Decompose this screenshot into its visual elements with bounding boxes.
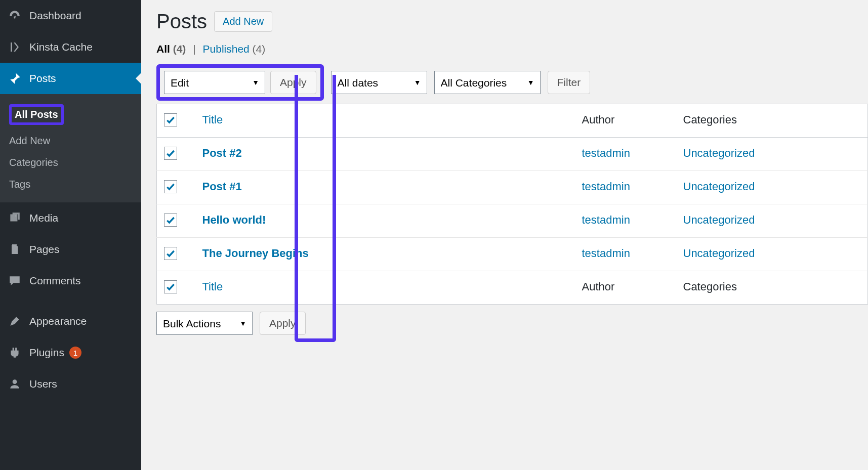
table-row: Post #1testadminUncategorized: [157, 171, 868, 204]
select-all-checkbox[interactable]: [164, 113, 177, 126]
row-checkbox[interactable]: [164, 180, 177, 193]
author-link[interactable]: testadmin: [582, 247, 630, 260]
sidebar-subitem-tags[interactable]: Tags: [0, 174, 141, 195]
sidebar-item-label: Appearance: [29, 315, 87, 327]
view-filters: All (4) | Published (4): [156, 43, 868, 55]
column-footer-checkbox: [157, 271, 195, 305]
tablenav-bottom: Bulk Actions Apply: [156, 312, 868, 335]
sidebar-item-label: Plugins: [29, 347, 64, 359]
table-row: The Journey BeginstestadminUncategorized: [157, 238, 868, 271]
add-new-button[interactable]: Add New: [214, 11, 272, 32]
sidebar-item-dashboard[interactable]: Dashboard: [0, 0, 141, 31]
bulk-apply-button-bottom[interactable]: Apply: [260, 312, 306, 335]
category-link[interactable]: Uncategorized: [683, 213, 755, 226]
row-checkbox-cell: [157, 138, 195, 171]
row-title-cell: Post #2: [195, 138, 575, 171]
sidebar-subitem-label: Tags: [9, 179, 30, 190]
media-icon: [7, 210, 22, 226]
row-checkbox[interactable]: [164, 147, 177, 160]
row-author-cell: testadmin: [575, 171, 676, 204]
post-title-link[interactable]: Post #2: [202, 147, 242, 159]
sidebar-item-label: Kinsta Cache: [29, 41, 93, 53]
post-title-link[interactable]: The Journey Begins: [202, 247, 309, 260]
dashboard-icon: [7, 8, 22, 23]
pin-icon: [7, 71, 22, 86]
post-title-link[interactable]: Post #1: [202, 180, 242, 193]
filter-category-select[interactable]: All Categories: [434, 71, 541, 94]
sidebar-item-label: Posts: [29, 72, 56, 84]
plugins-icon: [7, 345, 22, 360]
sidebar-item-media[interactable]: Media: [0, 202, 141, 234]
author-link[interactable]: testadmin: [582, 213, 630, 226]
row-author-cell: testadmin: [575, 204, 676, 238]
sidebar-subitem-label: Add New: [9, 135, 50, 146]
row-categories-cell: Uncategorized: [676, 238, 868, 271]
separator: |: [193, 43, 195, 55]
table-row: Post #2testadminUncategorized: [157, 138, 868, 171]
row-categories-cell: Uncategorized: [676, 138, 868, 171]
row-author-cell: testadmin: [575, 238, 676, 271]
highlight-box: All Posts: [9, 104, 64, 125]
sidebar-item-pages[interactable]: Pages: [0, 234, 141, 265]
row-categories-cell: Uncategorized: [676, 171, 868, 204]
users-icon: [7, 376, 22, 392]
sidebar-item-posts[interactable]: Posts: [0, 63, 141, 94]
bulk-action-select[interactable]: Edit: [164, 71, 265, 94]
select-all-checkbox-footer[interactable]: [164, 280, 177, 293]
svg-point-0: [15, 215, 17, 217]
row-checkbox[interactable]: [164, 213, 177, 227]
sidebar-subitem-add-new[interactable]: Add New: [0, 130, 141, 152]
column-footer-categories: Categories: [676, 271, 868, 305]
sidebar-submenu-posts: All Posts Add New Categories Tags: [0, 94, 141, 202]
row-categories-cell: Uncategorized: [676, 204, 868, 238]
column-footer-title[interactable]: Title: [195, 271, 575, 305]
row-title-cell: The Journey Begins: [195, 238, 575, 271]
page-header: Posts Add New: [156, 10, 868, 33]
comments-icon: [7, 273, 22, 288]
sidebar-item-label: Users: [29, 378, 57, 390]
update-badge: 1: [69, 347, 81, 359]
sidebar-item-appearance[interactable]: Appearance: [0, 306, 141, 337]
sidebar-item-label: Media: [29, 212, 58, 224]
sidebar-subitem-all-posts[interactable]: All Posts: [0, 99, 141, 130]
pages-icon: [7, 242, 22, 257]
sidebar-subitem-label: All Posts: [15, 109, 58, 120]
svg-point-1: [13, 379, 17, 384]
filter-date-select[interactable]: All dates: [331, 71, 427, 94]
row-checkbox-cell: [157, 204, 195, 238]
bulk-apply-button[interactable]: Apply: [270, 71, 316, 94]
view-label: All: [156, 43, 170, 55]
column-header-categories: Categories: [676, 104, 868, 138]
view-all-link[interactable]: All (4): [156, 43, 189, 55]
category-link[interactable]: Uncategorized: [683, 147, 755, 159]
bulk-action-select-bottom[interactable]: Bulk Actions: [156, 312, 253, 335]
author-link[interactable]: testadmin: [582, 180, 630, 193]
category-link[interactable]: Uncategorized: [683, 247, 755, 260]
appearance-icon: [7, 314, 22, 329]
category-link[interactable]: Uncategorized: [683, 180, 755, 193]
sidebar-item-kinsta-cache[interactable]: Kinsta Cache: [0, 31, 141, 63]
author-link[interactable]: testadmin: [582, 147, 630, 159]
row-author-cell: testadmin: [575, 138, 676, 171]
sidebar-item-label: Comments: [29, 275, 81, 287]
view-published-link[interactable]: Published (4): [203, 43, 266, 55]
column-header-title[interactable]: Title: [195, 104, 575, 138]
view-count: (4): [253, 43, 266, 55]
sidebar-item-users[interactable]: Users: [0, 368, 141, 400]
row-checkbox-cell: [157, 238, 195, 271]
row-checkbox[interactable]: [164, 247, 177, 260]
kinsta-icon: [7, 39, 22, 55]
posts-table: Title Author Categories Post #2testadmin…: [156, 104, 868, 305]
row-title-cell: Post #1: [195, 171, 575, 204]
sidebar-item-plugins[interactable]: Plugins 1: [0, 337, 141, 368]
row-title-cell: Hello world!: [195, 204, 575, 238]
tablenav-top: Edit Apply All dates All Categories Filt…: [156, 64, 868, 101]
column-footer-author: Author: [575, 271, 676, 305]
post-title-link[interactable]: Hello world!: [202, 213, 266, 226]
main-content: Posts Add New All (4) | Published (4) Ed…: [141, 0, 868, 470]
view-label: Published: [203, 43, 250, 55]
view-count: (4): [173, 43, 186, 55]
sidebar-subitem-categories[interactable]: Categories: [0, 152, 141, 174]
filter-button[interactable]: Filter: [548, 71, 591, 94]
sidebar-item-comments[interactable]: Comments: [0, 265, 141, 296]
